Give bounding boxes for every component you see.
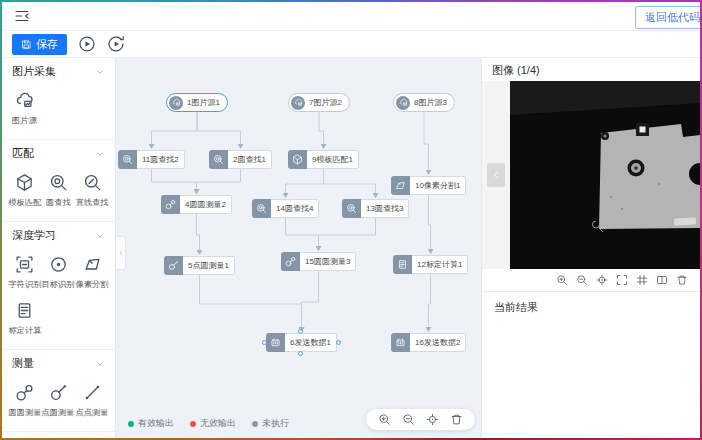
sidebar-item-图片源[interactable]: 图片源 [8, 91, 42, 127]
calc-icon [397, 259, 408, 270]
sidebar-item-目标识别[interactable]: 目标识别 [42, 255, 76, 291]
device-icon [395, 337, 406, 348]
trash-button[interactable] [450, 413, 463, 426]
chev-down-icon [95, 67, 105, 77]
flow-node-n4[interactable]: 4圆圆测量2 [161, 195, 232, 214]
sidebar-item-label: 直线查找 [76, 197, 109, 209]
save-button[interactable]: 保存 [12, 34, 67, 55]
section-title: 深度学习 [12, 228, 56, 243]
flow-edges [116, 58, 481, 438]
node-label: 8图片源3 [410, 97, 447, 108]
section-header[interactable]: 匹配 [2, 140, 115, 167]
sidebar-item-圆圆测量[interactable]: 圆圆测量 [8, 383, 42, 419]
menu-fold-icon[interactable] [14, 8, 30, 24]
sidebar-section: 测量圆圆测量点圆测量点点测量 [2, 350, 115, 432]
node-label: 12标定计算1 [412, 255, 468, 274]
node-label: 4圆圆测量2 [180, 195, 232, 214]
section-header[interactable]: 通信 [2, 432, 115, 438]
node-chip [396, 96, 410, 110]
section-items: 圆圆测量点圆测量点点测量 [2, 377, 115, 431]
chevron-left-icon [117, 249, 125, 257]
sidebar-item-label: 圆圆测量 [8, 407, 41, 419]
prev-image-button[interactable] [487, 163, 505, 187]
flow-node-n6[interactable]: 6发送数据1 [266, 333, 337, 352]
sidebar-item-标定计算[interactable]: 标定计算 [8, 301, 42, 337]
trash-button[interactable] [676, 274, 688, 286]
cube-icon [292, 154, 303, 165]
flow-node-n5[interactable]: 5点圆测量1 [164, 256, 235, 275]
node-label: 16发送数据2 [410, 333, 466, 352]
run-loop-button[interactable] [106, 35, 125, 54]
circle-circle-icon [285, 256, 296, 267]
flow-node-n12[interactable]: 12标定计算1 [393, 255, 468, 274]
zoom-in-button[interactable] [378, 413, 391, 426]
node-label: 13圆查找3 [361, 199, 409, 218]
grid-button[interactable] [636, 274, 648, 286]
sidebar-item-圆查找[interactable]: 圆查找 [42, 173, 76, 209]
section-header[interactable]: 测量 [2, 350, 115, 377]
flow-node-n15[interactable]: 15圆圆测量3 [281, 252, 356, 271]
save-icon [21, 39, 32, 50]
section-items: 图片源 [2, 85, 115, 139]
canvas-zoom-toolbar [366, 409, 475, 430]
flow-node-n16[interactable]: 16发送数据2 [391, 333, 466, 352]
flow-node-n7[interactable]: 7图片源2 [288, 93, 350, 112]
node-chip [288, 150, 307, 169]
section-items: 模板匹配圆查找直线查找 [2, 167, 115, 221]
fullscreen-button[interactable] [616, 274, 628, 286]
play-circle-icon [78, 35, 96, 53]
section-items: 字符识别目标识别像素分割标定计算 [2, 249, 115, 349]
point-circle-icon [49, 383, 68, 402]
flow-canvas[interactable]: 1图片源17图片源28图片源311圆查找22圆查找19模板匹配110像素分割14… [116, 58, 481, 438]
node-chip [164, 256, 183, 275]
right-panel: 图像 (1/4) [481, 58, 700, 438]
inspection-image[interactable] [510, 81, 700, 269]
section-header[interactable]: 深度学习 [2, 222, 115, 249]
flow-node-n11[interactable]: 11圆查找2 [118, 150, 185, 169]
node-chip [252, 199, 271, 218]
target-icon [49, 255, 68, 274]
flow-node-n9[interactable]: 9模板匹配1 [288, 150, 359, 169]
compare-button[interactable] [656, 274, 668, 286]
sidebar-item-模板匹配[interactable]: 模板匹配 [8, 173, 42, 209]
sidebar-section: 图片采集图片源 [2, 58, 115, 140]
flow-node-n10[interactable]: 10像素分割1 [391, 176, 466, 195]
run-button[interactable] [77, 35, 96, 54]
sidebar-item-直线查找[interactable]: 直线查找 [75, 173, 109, 209]
flow-node-n13[interactable]: 13圆查找3 [342, 199, 409, 218]
back-to-lowcode-button[interactable]: 返回低代码 [635, 6, 700, 29]
node-label: 11圆查找2 [137, 150, 185, 169]
sidebar-item-字符识别[interactable]: 字符识别 [8, 255, 42, 291]
cloud-image-icon [15, 91, 34, 110]
section-title: 测量 [12, 356, 34, 371]
sidebar-item-点圆测量[interactable]: 点圆测量 [42, 383, 76, 419]
section-header[interactable]: 图片采集 [2, 58, 115, 85]
node-label: 6发送数据1 [285, 333, 337, 352]
section-title: 图片采集 [12, 64, 56, 79]
chevron-left-icon [491, 170, 501, 180]
point-point-icon [83, 383, 102, 402]
flow-node-n2[interactable]: 2圆查找1 [209, 150, 272, 169]
zoom-out-button[interactable] [576, 274, 588, 286]
selection-handle[interactable] [336, 340, 341, 345]
locate-button[interactable] [596, 274, 608, 286]
calc-icon [15, 301, 34, 320]
sidebar-item-label: 点点测量 [76, 407, 109, 419]
flow-node-n8[interactable]: 8图片源3 [393, 93, 455, 112]
flow-node-n14[interactable]: 14圆查找4 [252, 199, 319, 218]
zoom-in-button[interactable] [556, 274, 568, 286]
sidebar-item-点点测量[interactable]: 点点测量 [75, 383, 109, 419]
flow-node-n1[interactable]: 1图片源1 [166, 93, 228, 112]
sidebar-collapse-handle[interactable] [116, 236, 126, 270]
segment-icon [395, 180, 406, 191]
node-chip [169, 96, 183, 110]
sidebar-section: 通信 [2, 432, 115, 438]
sidebar-item-label: 点圆测量 [42, 407, 75, 419]
legend-label: 无效输出 [200, 417, 236, 430]
selection-handle[interactable] [262, 340, 267, 345]
locate-button[interactable] [426, 413, 439, 426]
zoom-out-button[interactable] [402, 413, 415, 426]
sidebar-item-像素分割[interactable]: 像素分割 [75, 255, 109, 291]
grid-icon [636, 274, 648, 286]
node-chip [291, 96, 305, 110]
